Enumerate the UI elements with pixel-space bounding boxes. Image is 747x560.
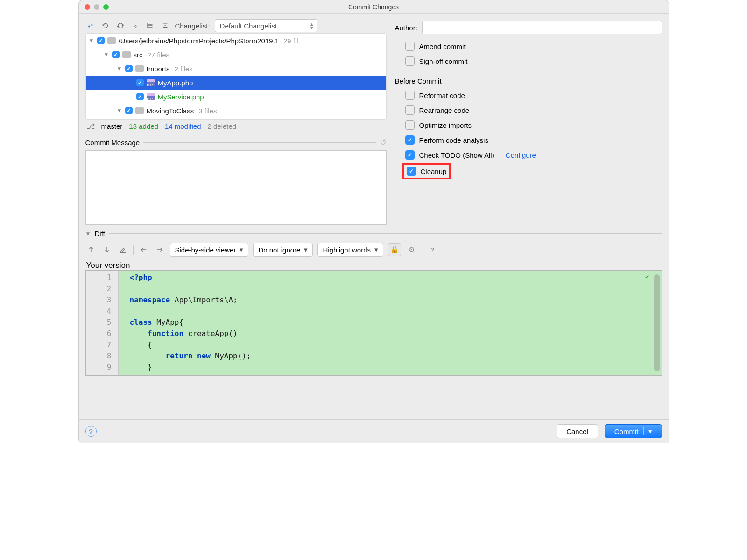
viewer-mode-dropdown[interactable]: Side-by-side viewer▾ bbox=[170, 243, 249, 257]
branch-name: master bbox=[101, 122, 123, 130]
diff-toolbar: Side-by-side viewer▾ Do not ignore▾ High… bbox=[85, 240, 662, 259]
reformat-checkbox[interactable] bbox=[405, 91, 415, 100]
tree-moving-meta: 3 files bbox=[198, 107, 217, 115]
chevron-down-icon[interactable]: ▾ bbox=[643, 427, 652, 435]
edit-icon[interactable] bbox=[117, 244, 128, 255]
tree-moving-name: MovingToClass bbox=[147, 107, 194, 115]
window-title: Commit Changes bbox=[79, 3, 669, 11]
author-input[interactable] bbox=[422, 21, 662, 34]
help-button[interactable]: ? bbox=[85, 426, 97, 437]
folder-icon bbox=[107, 37, 116, 44]
chevron-down-icon[interactable]: ▼ bbox=[104, 51, 109, 58]
help-icon[interactable]: ? bbox=[427, 244, 438, 255]
diff-editor[interactable]: 12345678910 <?php namespace App\Imports\… bbox=[85, 270, 662, 376]
changelist-dropdown[interactable]: Default Changelist ▴▾ bbox=[215, 19, 317, 32]
commit-button[interactable]: Commit▾ bbox=[605, 424, 662, 438]
show-diff-icon[interactable] bbox=[85, 21, 96, 31]
code-content[interactable]: <?php namespace App\Imports\A; class MyA… bbox=[119, 271, 662, 375]
chevron-down-icon[interactable]: ▼ bbox=[117, 107, 122, 114]
chevron-down-icon[interactable]: ▼ bbox=[89, 37, 94, 44]
todo-checkbox[interactable] bbox=[405, 150, 415, 160]
scrollbar[interactable] bbox=[654, 274, 660, 371]
deleted-count: 2 deleted bbox=[207, 122, 236, 130]
rearrange-label: Rearrange code bbox=[419, 106, 470, 114]
changes-tree[interactable]: ▼ /Users/jetbrains/PhpstormProjects/PhpS… bbox=[85, 33, 387, 120]
tree-moving[interactable]: ▼ MovingToClass 3 files bbox=[86, 104, 386, 118]
tree-myservice[interactable]: MyService.php bbox=[86, 90, 386, 104]
window-minimize-icon bbox=[94, 4, 99, 10]
tree-myapp[interactable]: MyApp.php bbox=[86, 76, 386, 90]
rearrange-checkbox[interactable] bbox=[405, 105, 415, 115]
expand-all-icon[interactable] bbox=[145, 21, 155, 31]
tree-root-path: /Users/jetbrains/PhpstormProjects/PhpSto… bbox=[119, 37, 279, 45]
chevron-down-icon[interactable]: ▼ bbox=[117, 65, 122, 72]
inspection-ok-icon: ✔ bbox=[645, 273, 649, 280]
more-icon[interactable]: » bbox=[130, 21, 141, 31]
folder-icon bbox=[122, 51, 131, 58]
vcs-status: ⎇ master 13 added 14 modified 2 deleted bbox=[85, 120, 387, 133]
cleanup-label: Cleanup bbox=[421, 168, 447, 175]
folder-icon bbox=[135, 65, 144, 72]
php-file-icon bbox=[147, 93, 155, 100]
cleanup-checkbox[interactable] bbox=[407, 167, 416, 176]
added-count: 13 added bbox=[129, 122, 158, 130]
chevron-down-icon[interactable]: ▼ bbox=[85, 231, 91, 237]
tree-imports-meta: 2 files bbox=[175, 65, 193, 73]
changelist-value: Default Changelist bbox=[220, 22, 277, 30]
commit-message-label: Commit Message bbox=[85, 139, 140, 147]
amend-checkbox[interactable] bbox=[405, 42, 415, 51]
undo-icon[interactable] bbox=[100, 21, 111, 31]
checkbox-myapp[interactable] bbox=[136, 79, 144, 86]
php-file-icon bbox=[147, 79, 155, 86]
commit-message-input[interactable] bbox=[85, 150, 387, 225]
tree-imports[interactable]: ▼ Imports 2 files bbox=[86, 62, 386, 76]
collapse-all-icon[interactable] bbox=[160, 21, 170, 31]
tree-src-name: src bbox=[134, 51, 143, 59]
lock-icon[interactable]: 🔒 bbox=[388, 243, 401, 256]
changes-toolbar: » Changelist: Default Changelist ▴▾ bbox=[85, 18, 387, 33]
refresh-icon[interactable] bbox=[115, 21, 126, 31]
author-label: Author: bbox=[395, 24, 417, 32]
divider bbox=[445, 81, 662, 81]
divider bbox=[422, 245, 422, 255]
prev-change-icon[interactable] bbox=[85, 244, 97, 255]
chevron-down-icon: ▾ bbox=[304, 245, 308, 254]
ignore-dropdown[interactable]: Do not ignore▾ bbox=[253, 243, 313, 257]
checkbox-src[interactable] bbox=[112, 51, 120, 58]
modified-count: 14 modified bbox=[165, 122, 201, 130]
tree-src[interactable]: ▼ src 27 files bbox=[86, 48, 386, 62]
before-commit-label: Before Commit bbox=[395, 77, 442, 85]
cancel-button[interactable]: Cancel bbox=[557, 424, 598, 438]
titlebar: Commit Changes bbox=[79, 0, 669, 14]
configure-link[interactable]: Configure bbox=[506, 151, 536, 159]
tree-imports-name: Imports bbox=[147, 65, 170, 73]
optimize-checkbox[interactable] bbox=[405, 120, 415, 130]
dialog-footer: ? Cancel Commit▾ bbox=[79, 419, 669, 443]
window-close-icon[interactable] bbox=[85, 4, 90, 10]
next-change-icon[interactable] bbox=[101, 244, 113, 255]
stepper-icon: ▴▾ bbox=[310, 22, 313, 29]
back-icon[interactable] bbox=[138, 244, 149, 255]
tree-myapp-name: MyApp.php bbox=[158, 79, 193, 87]
branch-icon: ⎇ bbox=[86, 122, 95, 131]
history-icon[interactable]: ↺ bbox=[380, 137, 387, 147]
tree-src-meta: 27 files bbox=[148, 51, 170, 59]
cleanup-highlight: Cleanup bbox=[402, 163, 451, 179]
signoff-checkbox[interactable] bbox=[405, 56, 415, 66]
gear-icon[interactable]: ⚙ bbox=[406, 244, 417, 255]
highlight-dropdown[interactable]: Highlight words▾ bbox=[317, 243, 383, 257]
checkbox-imports[interactable] bbox=[125, 65, 133, 72]
analysis-checkbox[interactable] bbox=[405, 135, 415, 145]
divider bbox=[133, 245, 134, 255]
optimize-label: Optimize imports bbox=[419, 121, 472, 129]
todo-label: Check TODO (Show All) bbox=[419, 151, 494, 159]
checkbox-moving[interactable] bbox=[125, 107, 133, 114]
tree-root[interactable]: ▼ /Users/jetbrains/PhpstormProjects/PhpS… bbox=[86, 34, 386, 48]
analysis-label: Perform code analysis bbox=[419, 136, 488, 144]
window-zoom-icon[interactable] bbox=[103, 4, 109, 10]
checkbox-root[interactable] bbox=[97, 37, 105, 44]
checkbox-myservice[interactable] bbox=[136, 93, 144, 100]
forward-icon[interactable] bbox=[154, 244, 165, 255]
chevron-down-icon: ▾ bbox=[240, 245, 243, 254]
amend-label: Amend commit bbox=[419, 42, 466, 50]
